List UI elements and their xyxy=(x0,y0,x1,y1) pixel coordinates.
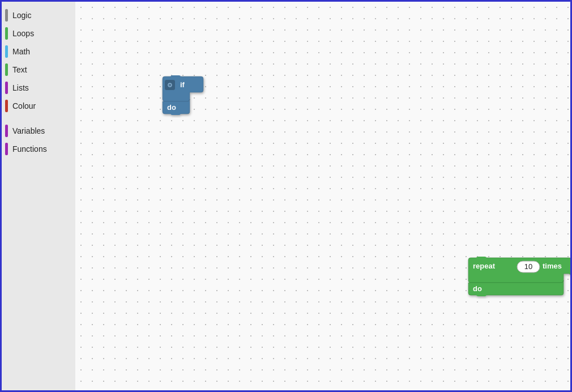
math-color-bar xyxy=(5,45,8,58)
svg-text:do: do xyxy=(167,103,176,112)
variables-color-bar xyxy=(5,125,8,137)
functions-color-bar xyxy=(5,143,8,155)
sidebar-label-math: Math xyxy=(12,47,30,56)
sidebar: Logic Loops Math Text Lists Colour xyxy=(2,2,75,390)
sidebar-divider xyxy=(2,115,75,122)
svg-rect-6 xyxy=(476,257,486,260)
sidebar-label-variables: Variables xyxy=(12,126,45,135)
svg-text:10: 10 xyxy=(524,262,532,271)
sidebar-item-functions[interactable]: Functions xyxy=(2,140,75,158)
sidebar-item-logic[interactable]: Logic xyxy=(2,6,75,24)
sidebar-label-colour: Colour xyxy=(12,101,36,110)
blockly-canvas[interactable]: ⚙ if do xyxy=(75,2,570,390)
sidebar-item-lists[interactable]: Lists xyxy=(2,79,75,97)
loops-color-bar xyxy=(5,27,8,40)
sidebar-item-colour[interactable]: Colour xyxy=(2,97,75,115)
sidebar-label-functions: Functions xyxy=(12,144,47,154)
svg-rect-0 xyxy=(170,75,181,79)
svg-text:times: times xyxy=(543,262,562,270)
repeat-block[interactable]: repeat 10 times do xyxy=(466,257,570,299)
sidebar-label-lists: Lists xyxy=(12,83,29,92)
svg-text:if: if xyxy=(180,80,185,89)
colour-color-bar xyxy=(5,100,8,112)
svg-rect-7 xyxy=(476,293,486,296)
repeat-block-svg: repeat 10 times do xyxy=(466,257,570,299)
sidebar-item-loops[interactable]: Loops xyxy=(2,24,75,42)
sidebar-item-text[interactable]: Text xyxy=(2,61,75,79)
svg-text:⚙: ⚙ xyxy=(167,82,173,88)
sidebar-label-text: Text xyxy=(12,65,27,74)
svg-text:do: do xyxy=(473,284,482,293)
svg-rect-1 xyxy=(170,112,181,115)
sidebar-label-logic: Logic xyxy=(12,11,31,20)
sidebar-item-math[interactable]: Math xyxy=(2,42,75,61)
svg-text:repeat: repeat xyxy=(473,262,496,270)
if-do-block[interactable]: ⚙ if do xyxy=(160,75,211,118)
sidebar-item-variables[interactable]: Variables xyxy=(2,122,75,140)
app-window: Logic Loops Math Text Lists Colour xyxy=(0,0,572,392)
lists-color-bar xyxy=(5,82,8,94)
sidebar-label-loops: Loops xyxy=(12,29,34,38)
text-color-bar xyxy=(5,63,8,76)
if-do-block-svg: ⚙ if do xyxy=(160,75,211,118)
logic-color-bar xyxy=(5,9,8,22)
